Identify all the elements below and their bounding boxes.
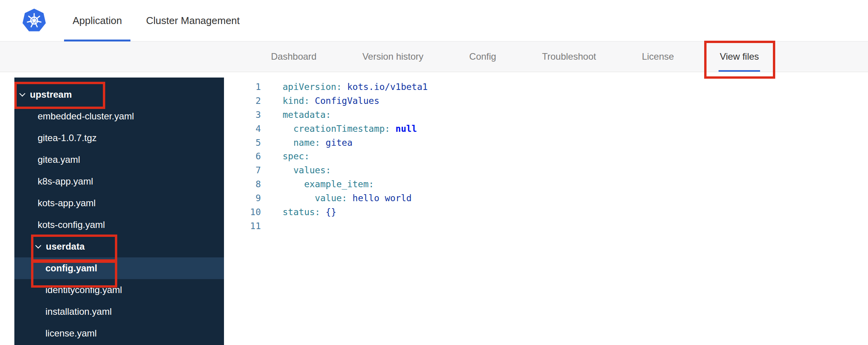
tab-config[interactable]: Config — [469, 41, 496, 72]
code-text: name: gitea — [283, 138, 352, 148]
tree-item-label: installation.yaml — [45, 306, 112, 317]
tree-item-label: kots-app.yaml — [38, 198, 95, 209]
line-number: 8 — [224, 179, 261, 189]
tree-item-label: license.yaml — [45, 328, 97, 339]
code-text: example_item: — [283, 179, 374, 189]
kotsadm-app: ApplicationCluster Management DashboardV… — [0, 0, 868, 345]
file-embedded-cluster-yaml[interactable]: embedded-cluster.yaml — [14, 105, 224, 127]
tab-license[interactable]: License — [642, 41, 674, 72]
active-tab-underline — [719, 70, 760, 72]
code-line: 3metadata: — [224, 108, 868, 122]
code-line: 1apiVersion: kots.io/v1beta1 — [224, 80, 868, 94]
tab-view-files[interactable]: View files — [720, 41, 759, 72]
code-line: 2kind: ConfigValues — [224, 94, 868, 108]
tree-item-label: k8s-app.yaml — [38, 176, 93, 187]
header-tab-cluster-management[interactable]: Cluster Management — [137, 0, 248, 41]
code-lines: 1apiVersion: kots.io/v1beta12kind: Confi… — [224, 80, 868, 233]
tree-item-label: kots-config.yaml — [38, 219, 105, 230]
chevron-down-icon — [19, 90, 26, 97]
tab-dashboard[interactable]: Dashboard — [271, 41, 316, 72]
code-line: 9 value: hello world — [224, 191, 868, 205]
tree-item-label: config.yaml — [45, 263, 97, 274]
code-text: apiVersion: kots.io/v1beta1 — [283, 82, 428, 92]
kubernetes-logo-icon[interactable] — [22, 8, 47, 33]
tab-label: Version history — [362, 51, 423, 62]
line-number: 6 — [224, 151, 261, 161]
tree-item-label: embedded-cluster.yaml — [38, 111, 134, 122]
file-identityconfig-yaml[interactable]: identityconfig.yaml — [14, 279, 224, 301]
header-tabs: ApplicationCluster Management — [64, 0, 255, 41]
code-text: metadata: — [283, 110, 331, 120]
code-text: spec: — [283, 151, 309, 161]
code-text: creationTimestamp: null — [283, 124, 417, 134]
file-kots-app-yaml[interactable]: kots-app.yaml — [14, 192, 224, 214]
file-k8s-app-yaml[interactable]: k8s-app.yaml — [14, 171, 224, 192]
code-line: 7 values: — [224, 163, 868, 177]
line-number: 7 — [224, 165, 261, 175]
file-license-yaml[interactable]: license.yaml — [14, 323, 224, 344]
line-number: 3 — [224, 110, 261, 120]
file-gitea-yaml[interactable]: gitea.yaml — [14, 149, 224, 171]
tab-version-history[interactable]: Version history — [362, 41, 423, 72]
tab-label: License — [642, 51, 674, 62]
code-line: 11 — [224, 219, 868, 233]
header-tab-application[interactable]: Application — [64, 0, 130, 41]
code-line: 8 example_item: — [224, 177, 868, 191]
line-number: 1 — [224, 82, 261, 92]
tree-item-label: userdata — [46, 241, 85, 252]
tab-label: Dashboard — [271, 51, 316, 62]
file-installation-yaml[interactable]: installation.yaml — [14, 301, 224, 323]
line-number: 10 — [224, 207, 261, 217]
folder-userdata[interactable]: userdata — [14, 236, 224, 257]
tree-item-label: gitea.yaml — [38, 154, 80, 165]
file-kots-config-yaml[interactable]: kots-config.yaml — [14, 214, 224, 236]
code-text: status: {} — [283, 207, 337, 217]
tab-troubleshoot[interactable]: Troubleshoot — [542, 41, 596, 72]
code-line: 5 name: gitea — [224, 136, 868, 150]
code-text: kind: ConfigValues — [283, 96, 379, 106]
line-number: 2 — [224, 96, 261, 106]
subnav-tabs: DashboardVersion historyConfigTroublesho… — [271, 41, 759, 72]
line-number: 9 — [224, 193, 261, 203]
line-number: 5 — [224, 138, 261, 148]
tree-item-label: gitea-1.0.7.tgz — [38, 133, 97, 143]
file-gitea-1-0-7-tgz[interactable]: gitea-1.0.7.tgz — [14, 127, 224, 149]
file-editor[interactable]: 1apiVersion: kots.io/v1beta12kind: Confi… — [224, 78, 868, 345]
line-number: 4 — [224, 124, 261, 134]
top-header: ApplicationCluster Management — [0, 0, 868, 41]
code-text: value: hello world — [283, 193, 411, 203]
app-subnav: DashboardVersion historyConfigTroublesho… — [0, 41, 868, 72]
code-line: 10status: {} — [224, 205, 868, 219]
file-tree: upstreamembedded-cluster.yamlgitea-1.0.7… — [14, 78, 224, 345]
line-number: 11 — [224, 221, 261, 231]
folder-upstream[interactable]: upstream — [14, 84, 224, 105]
tab-label: Troubleshoot — [542, 51, 596, 62]
code-line: 4 creationTimestamp: null — [224, 122, 868, 136]
code-line: 6spec: — [224, 149, 868, 163]
tree-item-label: upstream — [30, 89, 72, 100]
tab-label: View files — [720, 51, 759, 62]
file-config-yaml[interactable]: config.yaml — [14, 257, 224, 279]
tab-label: Config — [469, 51, 496, 62]
code-text: values: — [283, 165, 331, 175]
chevron-down-icon — [35, 242, 42, 248]
tree-item-label: identityconfig.yaml — [45, 285, 122, 295]
